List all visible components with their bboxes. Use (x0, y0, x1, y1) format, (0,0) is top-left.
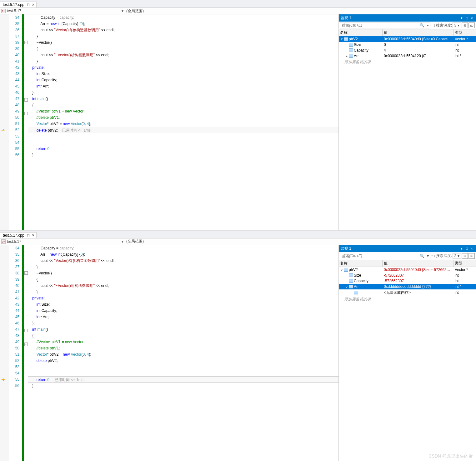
column-header-type[interactable]: 类型 (453, 29, 476, 36)
panel-maximize-icon[interactable]: □ (464, 247, 469, 250)
fold-toggle[interactable]: - (24, 41, 28, 44)
watch-toolbar-button-1[interactable]: ⊞ (462, 253, 468, 259)
code-line[interactable]: } (28, 383, 338, 389)
code-line[interactable]: return 0; (28, 146, 338, 152)
expand-toggle-icon[interactable] (345, 273, 348, 278)
code-line[interactable]: int* Arr; (28, 314, 338, 320)
code-line[interactable]: Arr = new int[Capacity] {0}; (28, 251, 338, 258)
fold-toggle[interactable]: - (24, 112, 28, 115)
code-line[interactable]: int main() (28, 326, 338, 333)
watch-row[interactable]: Size -572662307 int (339, 273, 476, 278)
watch-row[interactable]: Size 0 int (339, 42, 476, 48)
close-icon[interactable]: × (32, 3, 34, 7)
code-line[interactable]: //delete ptrV1; (28, 345, 338, 351)
expand-toggle-icon[interactable] (345, 43, 348, 47)
fold-gutter[interactable]: --- (24, 245, 28, 461)
code-line[interactable]: Capacity = capacity; (28, 245, 338, 251)
code-line[interactable]: { (28, 46, 338, 52)
watch-panel-titlebar[interactable]: 监视 1 ▾ □ × (339, 14, 476, 22)
code-line[interactable] (28, 364, 338, 370)
fold-gutter[interactable]: --- (24, 14, 28, 230)
add-watch-item[interactable]: 添加要监视的项 (339, 296, 476, 303)
column-header-value[interactable]: 值 (383, 29, 453, 36)
scope-context-dropdown[interactable]: (全局范围) (125, 8, 476, 14)
code-line[interactable]: return 0; 已用时间 <= 1ms (28, 376, 338, 383)
pin-icon[interactable]: ⊓ (27, 233, 30, 238)
column-header-value[interactable]: 值 (383, 260, 453, 267)
watch-search-input[interactable] (340, 253, 418, 259)
watch-search-input[interactable] (340, 23, 418, 28)
expand-toggle-icon[interactable] (345, 279, 348, 283)
code-line[interactable]: } (28, 33, 338, 39)
column-header-name[interactable]: 名称 (339, 260, 383, 267)
code-line[interactable]: Capacity = capacity; (28, 14, 338, 21)
code-line[interactable]: cout << "Vector()有参构造函数调用" << endl; (28, 258, 338, 264)
watch-row[interactable]: Capacity -572662307 int (339, 278, 476, 284)
panel-close-icon[interactable]: × (470, 16, 474, 20)
code-line[interactable]: delete ptrV2; (28, 358, 338, 364)
watch-row[interactable]: ▸ Arr 0x0000022cb5504120 {0} int * (339, 53, 476, 59)
panel-maximize-icon[interactable]: □ (464, 16, 469, 20)
search-prev-icon[interactable]: ↑ (431, 254, 433, 258)
code-line[interactable]: } (28, 264, 338, 270)
file-tab[interactable]: test.5.17.cpp ⊓ × (0, 2, 37, 8)
search-icon[interactable]: 🔍 (418, 254, 426, 258)
code-line[interactable]: int Capacity; (28, 77, 338, 83)
code-line[interactable]: int main() (28, 96, 338, 102)
watch-panel-titlebar[interactable]: 监视 1 ▾ □ × (339, 245, 476, 252)
code-line[interactable]: ~Vector() (28, 39, 338, 46)
search-dropdown-icon[interactable]: ▾ (426, 254, 430, 258)
panel-menu-icon[interactable]: ▾ (459, 16, 464, 20)
code-line[interactable]: Arr = new int[Capacity] {0}; (28, 21, 338, 27)
code-editor[interactable]: ➔343536373839404142434445464748495051525… (0, 14, 338, 230)
code-line[interactable]: int Size; (28, 301, 338, 308)
code-line[interactable]: //Vector* ptrV1 = new Vector; (28, 108, 338, 114)
search-next-icon[interactable]: ↓ (433, 254, 435, 258)
column-header-name[interactable]: 名称 (339, 29, 383, 36)
code-line[interactable]: private: (28, 64, 338, 71)
fold-toggle[interactable]: - (24, 343, 28, 346)
search-depth-select[interactable]: 3 ▾ (453, 23, 461, 28)
code-line[interactable]: } (28, 289, 338, 295)
code-line[interactable]: Vector* ptrV2 = new Vector(0, 4); (28, 351, 338, 358)
code-line[interactable]: { (28, 276, 338, 283)
search-dropdown-icon[interactable]: ▾ (426, 23, 430, 28)
fold-toggle[interactable]: - (24, 271, 28, 275)
code-line[interactable] (28, 370, 338, 376)
search-depth-select[interactable]: 3 ▾ (453, 253, 461, 259)
watch-search-box[interactable]: 🔍 ▾ (340, 22, 430, 28)
search-prev-icon[interactable]: ↑ (431, 23, 433, 28)
breakpoint-gutter[interactable]: ➔ (0, 245, 9, 461)
pin-icon[interactable]: ⊓ (27, 3, 30, 7)
code-line[interactable]: cout << "Vector()有参构造函数调用" << endl; (28, 27, 338, 33)
expand-toggle-icon[interactable] (345, 48, 348, 53)
code-line[interactable]: ~Vector() (28, 270, 338, 276)
code-line[interactable]: }; (28, 320, 338, 326)
code-line[interactable]: private: (28, 295, 338, 301)
code-line[interactable] (28, 133, 338, 139)
code-line[interactable]: }; (28, 89, 338, 96)
watch-toolbar-button-2[interactable]: ab (468, 253, 475, 259)
project-context-dropdown[interactable]: c+ test.5.17 ▾ (0, 8, 125, 14)
watch-toolbar-button-1[interactable]: ⊞ (462, 23, 468, 28)
close-icon[interactable]: × (32, 233, 34, 238)
code-text[interactable]: Capacity = capacity; Arr = new int[Capac… (28, 245, 338, 461)
fold-toggle[interactable]: - (24, 329, 28, 332)
expand-toggle-icon[interactable]: ▿ (340, 268, 343, 272)
watch-row[interactable]: ▿ ptrV2 0x0000022cb55040d0 {Size=0 Capac… (339, 36, 476, 42)
expand-toggle-icon[interactable]: ▿ (340, 37, 343, 41)
add-watch-item[interactable]: 添加要监视的项 (339, 59, 476, 65)
watch-row[interactable]: <无法读取内存> int (339, 289, 476, 296)
code-line[interactable]: } (28, 152, 338, 158)
code-line[interactable]: //Vector* ptrV1 = new Vector; (28, 339, 338, 345)
watch-search-box[interactable]: 🔍 ▾ (340, 253, 430, 259)
code-line[interactable]: cout << "~Vector()析构函数调用" << endl; (28, 283, 338, 289)
search-next-icon[interactable]: ↓ (433, 23, 435, 28)
code-line[interactable]: { (28, 333, 338, 339)
breakpoint-gutter[interactable]: ➔ (0, 14, 9, 230)
code-line[interactable] (28, 139, 338, 146)
panel-menu-icon[interactable]: ▾ (459, 247, 464, 251)
code-line[interactable]: Vector* ptrV2 = new Vector(0, 4); (28, 121, 338, 127)
code-text[interactable]: Capacity = capacity; Arr = new int[Capac… (28, 14, 338, 230)
fold-toggle[interactable]: - (24, 98, 28, 102)
